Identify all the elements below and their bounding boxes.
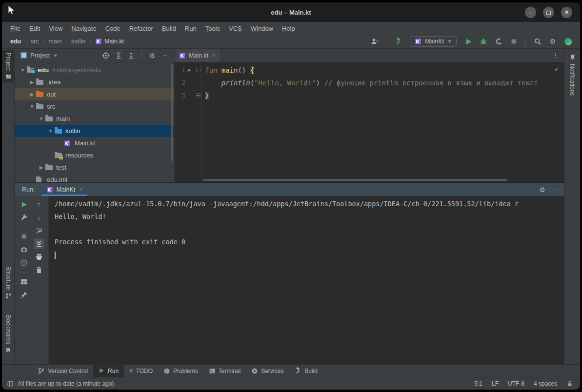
run-line-gutter-icon[interactable]: ▶ — [188, 64, 191, 77]
breadcrumb-src[interactable]: src — [31, 38, 39, 45]
tool-tab-build[interactable]: Build — [289, 365, 323, 377]
status-lf[interactable]: LF — [492, 380, 499, 387]
menu-window[interactable]: Window — [246, 23, 278, 34]
chevron-down-icon[interactable]: ▼ — [37, 116, 45, 121]
sidebar-tab-project[interactable]: Project — [2, 50, 14, 82]
tool-tab-services[interactable]: Services — [246, 365, 289, 377]
tree-row--idea[interactable]: ▶.idea — [15, 76, 174, 88]
up-button[interactable]: ↑ — [34, 199, 44, 210]
run-console[interactable]: /home/vadim/.jdks/azul-15.0.7/bin/java -… — [49, 196, 564, 364]
settings-button[interactable]: ⚙ — [147, 50, 158, 61]
tree-row-kotlin[interactable]: ▼kotlin — [15, 125, 174, 137]
minimize-button[interactable]: – — [525, 7, 536, 18]
soft-wrap-button[interactable] — [34, 225, 44, 236]
print-button[interactable] — [34, 252, 44, 262]
menu-tools[interactable]: Tools — [201, 23, 224, 34]
menu-file[interactable]: File — [6, 23, 25, 34]
run-button[interactable] — [462, 36, 475, 47]
tool-tab-terminal[interactable]: Terminal — [203, 365, 246, 377]
breadcrumb-main-kt[interactable]: Main.kt — [95, 38, 124, 45]
sidebar-tab-structure[interactable]: Structure — [2, 263, 14, 302]
chevron-down-icon[interactable]: ▼ — [46, 128, 55, 134]
menu-help[interactable]: Help — [278, 23, 300, 34]
run-settings-gear-icon[interactable]: ⚙ — [539, 186, 545, 193]
run-with-coverage-button[interactable] — [492, 36, 505, 47]
thread-dump-camera-button[interactable] — [19, 244, 29, 255]
tree-row-edu[interactable]: ▼edu/hdd/projects/edu — [15, 64, 174, 76]
pin-button[interactable] — [19, 290, 29, 300]
coverage-data-button[interactable]: $ — [19, 257, 29, 268]
wrench-icon — [20, 214, 28, 221]
chevron-right-icon[interactable]: ▶ — [37, 165, 45, 170]
scroll-to-end-button[interactable] — [34, 238, 44, 249]
hide-button[interactable]: − — [160, 50, 170, 61]
settings-button[interactable]: ⚙ — [546, 36, 559, 47]
breadcrumb-edu[interactable]: edu — [10, 38, 21, 45]
project-tree-scrollbar[interactable] — [171, 64, 173, 161]
rerun-button[interactable] — [19, 199, 29, 210]
tree-row-out[interactable]: ▶out — [15, 88, 174, 100]
chevron-down-icon[interactable]: ▼ — [53, 53, 58, 58]
chevron-right-icon[interactable]: ▶ — [28, 79, 36, 85]
user-menu-button[interactable] — [368, 36, 381, 47]
close-button[interactable]: ✕ — [561, 7, 572, 18]
tree-row-src[interactable]: ▼src — [15, 100, 174, 113]
menu-navigate[interactable]: Navigate — [67, 23, 100, 34]
tool-tab-run[interactable]: Run — [93, 365, 124, 377]
titlebar[interactable]: edu – Main.kt – ▢ ✕ — [2, 2, 580, 22]
stop-icon — [20, 233, 27, 240]
down-button[interactable]: ↓ — [34, 212, 44, 223]
editor-horizontal-scrollbar[interactable] — [203, 179, 507, 181]
tree-row-resources[interactable]: resources — [15, 149, 174, 161]
debug-button[interactable] — [477, 36, 490, 47]
tool-tab-todo[interactable]: ≡TODO — [124, 365, 158, 377]
status-4-spaces[interactable]: 4 spaces — [534, 380, 557, 387]
breadcrumb-kotlin[interactable]: kotlin — [71, 38, 85, 45]
sidebar-tab-bookmarks[interactable]: Bookmarks — [2, 312, 14, 356]
close-icon[interactable]: × — [212, 52, 216, 59]
lock-open-icon[interactable] — [566, 380, 573, 387]
search-everywhere-button[interactable] — [531, 36, 544, 47]
menu-vcs[interactable]: VCS — [224, 23, 246, 34]
tree-row-test[interactable]: ▶test — [15, 161, 174, 174]
stop-button[interactable] — [19, 231, 29, 242]
status-utf-8[interactable]: UTF-8 — [508, 380, 524, 387]
collapse-all-button[interactable] — [126, 50, 137, 61]
editor-tab-mainkt[interactable]: Main.kt × — [175, 49, 220, 62]
clear-trash-button[interactable] — [34, 265, 44, 275]
menu-edit[interactable]: Edit — [25, 23, 44, 34]
menu-build[interactable]: Build — [158, 23, 181, 34]
fold-marker-icon[interactable] — [196, 68, 201, 72]
wrench-button[interactable] — [19, 212, 29, 223]
expand-all-button[interactable] — [113, 50, 124, 61]
run-tab-mainkt[interactable]: MainKt × — [41, 183, 87, 196]
toolwindow-toggle-icon[interactable] — [7, 380, 14, 387]
chevron-right-icon[interactable]: ▶ — [28, 92, 36, 97]
menu-refactor[interactable]: Refactor — [125, 23, 158, 34]
hide-panel-icon[interactable]: − — [553, 186, 557, 193]
close-icon[interactable]: × — [79, 186, 82, 193]
editor-options-kebab-icon[interactable]: ⋮ — [547, 52, 564, 59]
tree-row-main[interactable]: ▼main — [15, 113, 174, 125]
menu-code[interactable]: Code — [101, 23, 125, 34]
chevron-down-icon[interactable]: ▼ — [19, 67, 27, 73]
status-5-1[interactable]: 5:1 — [474, 380, 482, 387]
run-configuration-combo[interactable]: MainKt▼ — [410, 36, 457, 47]
fold-marker-icon[interactable] — [196, 93, 201, 98]
gradient-sphere-button[interactable] — [562, 36, 574, 47]
build-hammer-button[interactable] — [392, 36, 404, 47]
tool-tab-problems[interactable]: Problems — [158, 365, 203, 377]
tree-row-main-kt[interactable]: Main.kt — [15, 137, 174, 149]
stop-button[interactable] — [507, 36, 520, 47]
code-editor[interactable]: ✔ 1▶fun main() {2 println("Hello, World!… — [175, 62, 564, 182]
maximize-button[interactable]: ▢ — [543, 7, 554, 18]
restore-layout-button[interactable] — [19, 276, 29, 287]
menu-run[interactable]: Run — [181, 23, 201, 34]
sidebar-tab-notifications[interactable]: Notifications — [564, 51, 580, 98]
locate-target-button[interactable] — [100, 50, 111, 61]
chevron-down-icon[interactable]: ▼ — [28, 104, 36, 109]
tool-tab-version-control[interactable]: Version Control — [32, 365, 93, 377]
tree-row-edu-iml[interactable]: edu.iml — [15, 174, 174, 182]
breadcrumb-main[interactable]: main — [48, 38, 61, 45]
menu-view[interactable]: View — [44, 23, 67, 34]
